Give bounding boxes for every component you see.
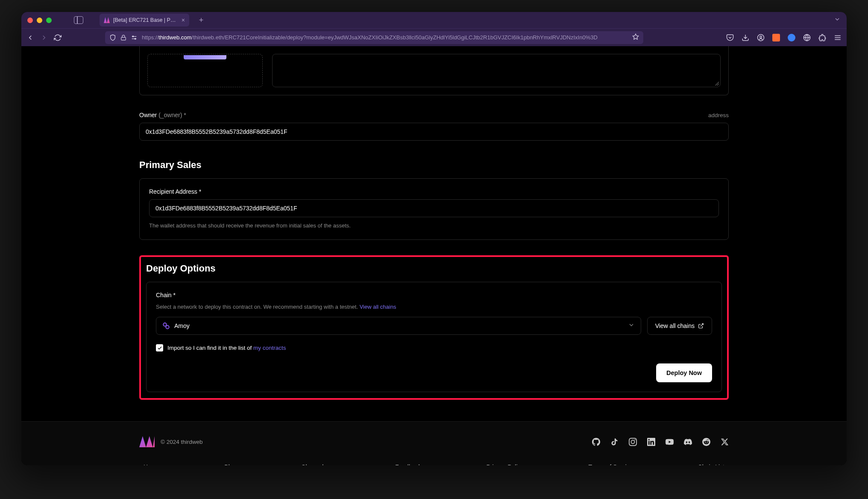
discord-icon[interactable]	[684, 438, 692, 446]
thirdweb-logo-icon	[139, 436, 155, 447]
svg-point-7	[760, 36, 762, 38]
minimize-window-button[interactable]	[37, 18, 42, 23]
copyright: © 2024 thirdweb	[161, 439, 203, 445]
reddit-icon[interactable]	[702, 438, 710, 446]
url-field[interactable]: https://thirdweb.com/thirdweb.eth/ERC721…	[105, 31, 643, 44]
recipient-label: Recipient Address *	[149, 188, 719, 195]
maximize-window-button[interactable]	[46, 18, 52, 23]
svg-point-4	[135, 38, 136, 39]
footer: © 2024 thirdweb Home Blog	[21, 421, 847, 465]
svg-point-14	[166, 325, 169, 329]
chain-help: Select a network to deploy this contract…	[156, 303, 712, 311]
footer-link-privacy[interactable]: Privacy Policy	[486, 464, 523, 465]
browser-window: [Beta] ERC721 Base | Published × +	[21, 12, 847, 465]
chain-icon	[162, 322, 170, 330]
chain-select[interactable]: Amoy	[156, 317, 641, 335]
bookmark-star-icon[interactable]	[632, 33, 639, 41]
deploy-now-button[interactable]: Deploy Now	[656, 363, 712, 382]
extension-icon[interactable]	[788, 34, 795, 41]
permissions-icon[interactable]	[131, 34, 138, 41]
import-label: Import so I can find it in the list of m…	[167, 345, 286, 351]
account-icon[interactable]	[757, 34, 765, 41]
shield-icon[interactable]	[109, 34, 116, 41]
view-all-chains-link[interactable]: View all chains	[360, 304, 396, 310]
owner-input[interactable]	[139, 123, 729, 141]
x-icon[interactable]	[721, 438, 729, 446]
tabs-dropdown-button[interactable]	[834, 16, 841, 24]
footer-link-home[interactable]: Home	[144, 464, 159, 465]
import-checkbox[interactable]	[156, 344, 163, 351]
primary-sales-title: Primary Sales	[139, 159, 729, 171]
recipient-help: The wallet address that should receive t…	[149, 221, 719, 230]
extension-icon[interactable]	[803, 34, 811, 41]
github-icon[interactable]	[592, 438, 600, 446]
chain-label: Chain *	[156, 292, 712, 298]
chevron-down-icon	[628, 322, 635, 330]
footer-link-changelog[interactable]: Changelog	[301, 464, 330, 465]
my-contracts-link[interactable]: my contracts	[253, 345, 286, 351]
description-textarea[interactable]	[272, 54, 721, 87]
chain-selected: Amoy	[174, 322, 624, 329]
metadata-section-partial	[139, 46, 729, 95]
deploy-options-highlight: Deploy Options Chain * Select a network …	[139, 255, 729, 400]
tiktok-icon[interactable]	[610, 438, 619, 446]
svg-marker-5	[633, 34, 638, 39]
primary-sales-section: Primary Sales Recipient Address * The wa…	[139, 159, 729, 240]
new-tab-button[interactable]: +	[197, 16, 205, 25]
page-content: Owner (_owner) * address Primary Sales R…	[21, 46, 847, 465]
forward-button[interactable]	[40, 34, 48, 41]
instagram-icon[interactable]	[629, 438, 637, 446]
back-button[interactable]	[26, 34, 34, 41]
owner-type: address	[708, 112, 729, 118]
svg-point-13	[163, 323, 167, 326]
external-link-icon	[698, 323, 704, 329]
url-bar: https://thirdweb.com/thirdweb.eth/ERC721…	[21, 28, 847, 46]
footer-link-terms[interactable]: Terms of Service	[589, 464, 633, 465]
linkedin-icon[interactable]	[647, 438, 655, 446]
image-dropzone[interactable]	[147, 54, 263, 87]
titlebar: [Beta] ERC721 Base | Published × +	[21, 12, 847, 28]
import-checkbox-row: Import so I can find it in the list of m…	[156, 344, 712, 351]
deploy-options-title: Deploy Options	[146, 263, 722, 274]
owner-label: Owner (_owner) *	[139, 112, 186, 118]
footer-links: Home Blog Changelog Feedback Privacy Pol…	[139, 464, 729, 465]
browser-tab[interactable]: [Beta] ERC721 Base | Published ×	[100, 14, 189, 27]
download-icon[interactable]	[742, 34, 749, 41]
tab-close-button[interactable]: ×	[182, 17, 185, 24]
svg-rect-0	[121, 37, 126, 40]
extension-icon[interactable]	[772, 34, 780, 41]
url-text: https://thirdweb.com/thirdweb.eth/ERC721…	[142, 34, 628, 41]
sidebar-toggle-icon[interactable]	[74, 16, 83, 24]
close-window-button[interactable]	[27, 18, 33, 23]
owner-field: Owner (_owner) * address	[139, 112, 729, 141]
recipient-input[interactable]	[149, 199, 719, 217]
view-all-chains-button[interactable]: View all chains	[647, 317, 712, 335]
tab-favicon-icon	[104, 17, 110, 23]
extensions-icon[interactable]	[818, 34, 826, 41]
footer-link-feedback[interactable]: Feedback	[395, 464, 421, 465]
svg-point-2	[132, 36, 134, 37]
reload-button[interactable]	[54, 34, 62, 41]
deploy-options-box: Chain * Select a network to deploy this …	[146, 282, 722, 393]
traffic-lights	[27, 18, 52, 23]
footer-link-blog[interactable]: Blog	[224, 464, 236, 465]
pocket-icon[interactable]	[726, 34, 734, 41]
social-icons	[592, 438, 729, 446]
lock-icon[interactable]	[120, 35, 126, 41]
menu-icon[interactable]	[834, 34, 842, 41]
footer-link-chainlist[interactable]: Chain List	[698, 464, 724, 465]
toolbar-icons	[726, 34, 842, 41]
tab-title: [Beta] ERC721 Base | Published	[113, 17, 178, 23]
youtube-icon[interactable]	[666, 438, 674, 446]
